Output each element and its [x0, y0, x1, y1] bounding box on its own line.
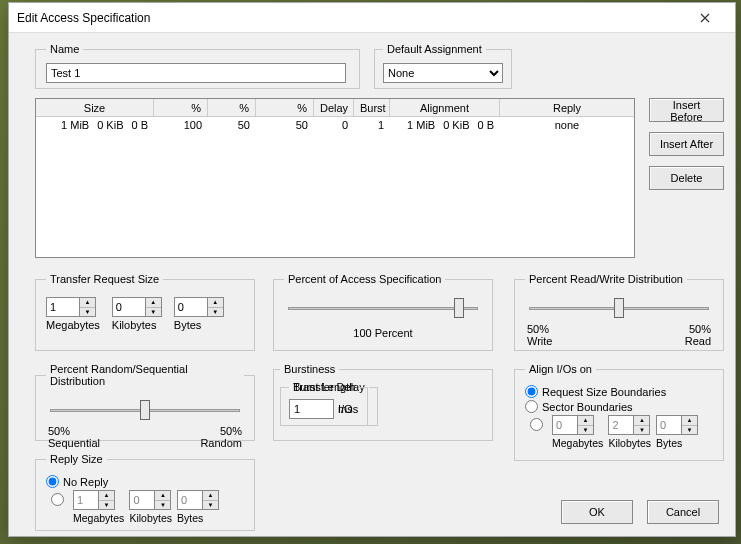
reply-b-label: Bytes [177, 512, 203, 524]
percent-rw-legend: Percent Read/Write Distribution [525, 273, 687, 285]
window-title: Edit Access Specification [17, 11, 683, 25]
align-opt1-label: Request Size Boundaries [542, 386, 666, 398]
trs-b-label: Bytes [174, 319, 202, 331]
percent-rw-slider[interactable] [529, 297, 709, 323]
cell-read: 50 [208, 119, 256, 131]
align-kb-label: Kilobytes [608, 437, 651, 449]
prw-right-label: Read [685, 335, 711, 347]
prw-right-pct: 50% [685, 323, 711, 335]
percent-access-legend: Percent of Access Specification [284, 273, 445, 285]
th-random[interactable]: % Random [256, 99, 314, 116]
align-b-label: Bytes [656, 437, 682, 449]
reply-kb-spinner[interactable]: ▲▼ [129, 490, 171, 510]
align-kb-input[interactable] [608, 415, 634, 435]
percent-random-slider[interactable] [50, 399, 240, 425]
insert-before-button[interactable]: Insert Before [649, 98, 724, 122]
reply-size-legend: Reply Size [46, 453, 107, 465]
cell-align-mib: 1 MiB [407, 119, 435, 131]
percent-access-group: Percent of Access Specification 100 Perc… [273, 273, 493, 351]
spec-table[interactable]: Size % Access % Read % Random Delay Burs… [35, 98, 635, 258]
insert-after-button[interactable]: Insert After [649, 132, 724, 156]
default-assignment-select[interactable]: None [383, 63, 503, 83]
cell-size-kib: 0 KiB [97, 119, 123, 131]
side-buttons: Insert Before Insert After Delete [649, 98, 724, 190]
align-b-spinner[interactable]: ▲▼ [656, 415, 698, 435]
th-size[interactable]: Size [36, 99, 154, 116]
footer-buttons: OK Cancel [561, 500, 719, 524]
no-reply-radio[interactable] [46, 475, 59, 488]
prs-right-pct: 50% [200, 425, 242, 437]
trs-b-spinner[interactable]: ▲▼ [174, 297, 224, 317]
percent-rw-group: Percent Read/Write Distribution 50% Writ… [514, 273, 724, 351]
table-row[interactable]: 1 MiB 0 KiB 0 B 100 50 50 0 1 1 MiB 0 Ki… [36, 117, 634, 133]
align-sector-radio[interactable] [525, 400, 538, 413]
cell-size-b: 0 B [131, 119, 148, 131]
cell-align-b: 0 B [477, 119, 494, 131]
close-button[interactable] [683, 4, 727, 32]
trs-mb-input[interactable] [46, 297, 80, 317]
th-delay[interactable]: Delay [314, 99, 354, 116]
align-kb-spinner[interactable]: ▲▼ [608, 415, 650, 435]
cell-delay: 0 [314, 119, 354, 131]
trs-mb-label: Megabytes [46, 319, 100, 331]
reply-kb-input[interactable] [129, 490, 155, 510]
default-assignment-legend: Default Assignment [383, 43, 486, 55]
trs-kb-spinner[interactable]: ▲▼ [112, 297, 162, 317]
reply-mb-input[interactable] [73, 490, 99, 510]
percent-random-group: Percent Random/Sequential Distribution 5… [35, 363, 255, 441]
name-input[interactable] [46, 63, 346, 83]
transfer-size-group: Transfer Request Size ▲▼ Megabytes ▲▼ Ki… [35, 273, 255, 351]
close-icon [700, 13, 710, 23]
th-read[interactable]: % Read [208, 99, 256, 116]
th-access[interactable]: % Access [154, 99, 208, 116]
prw-left-label: Write [527, 335, 552, 347]
align-b-input[interactable] [656, 415, 682, 435]
burst-length-input[interactable] [289, 399, 334, 419]
percent-random-legend: Percent Random/Sequential Distribution [46, 363, 244, 387]
title-bar: Edit Access Specification [9, 3, 735, 33]
default-assignment-group: Default Assignment None [374, 43, 512, 89]
align-opt2-label: Sector Boundaries [542, 401, 633, 413]
transfer-size-legend: Transfer Request Size [46, 273, 163, 285]
align-mb-input[interactable] [552, 415, 578, 435]
dialog-window: Edit Access Specification Name Default A… [8, 2, 736, 537]
cell-size-mib: 1 MiB [61, 119, 89, 131]
no-reply-label: No Reply [63, 476, 108, 488]
reply-b-spinner[interactable]: ▲▼ [177, 490, 219, 510]
prw-left-pct: 50% [527, 323, 552, 335]
name-group: Name [35, 43, 360, 89]
align-io-group: Align I/Os on Request Size Boundaries Se… [514, 363, 724, 461]
reply-kb-label: Kilobytes [129, 512, 172, 524]
reply-mb-spinner[interactable]: ▲▼ [73, 490, 115, 510]
th-align[interactable]: Alignment [390, 99, 500, 116]
align-custom-radio[interactable] [530, 418, 543, 431]
prs-right-label: Random [200, 437, 242, 449]
cancel-button[interactable]: Cancel [647, 500, 719, 524]
cell-align-kib: 0 KiB [443, 119, 469, 131]
prs-left-pct: 50% [48, 425, 100, 437]
align-requestsize-radio[interactable] [525, 385, 538, 398]
prs-left-label: Sequential [48, 437, 100, 449]
trs-mb-spinner[interactable]: ▲▼ [46, 297, 96, 317]
align-io-legend: Align I/Os on [525, 363, 596, 375]
align-mb-spinner[interactable]: ▲▼ [552, 415, 594, 435]
table-header: Size % Access % Read % Random Delay Burs… [36, 99, 634, 117]
burst-length-unit: I/Os [338, 403, 358, 415]
delete-button[interactable]: Delete [649, 166, 724, 190]
align-mb-label: Megabytes [552, 437, 603, 449]
burstiness-group: Burstiness Transfer Delay ms Burst Lengt… [273, 363, 493, 441]
trs-kb-label: Kilobytes [112, 319, 157, 331]
burst-length-legend: Burst Length [289, 381, 359, 393]
burstiness-legend: Burstiness [280, 363, 339, 375]
percent-access-slider[interactable] [288, 297, 478, 323]
reply-b-input[interactable] [177, 490, 203, 510]
th-reply[interactable]: Reply [500, 99, 634, 116]
cell-access: 100 [154, 119, 208, 131]
trs-kb-input[interactable] [112, 297, 146, 317]
reply-custom-radio[interactable] [51, 493, 64, 506]
burst-length-group: Burst Length I/Os [280, 381, 368, 426]
th-burst[interactable]: Burst [354, 99, 390, 116]
ok-button[interactable]: OK [561, 500, 633, 524]
trs-b-input[interactable] [174, 297, 208, 317]
name-legend: Name [46, 43, 83, 55]
